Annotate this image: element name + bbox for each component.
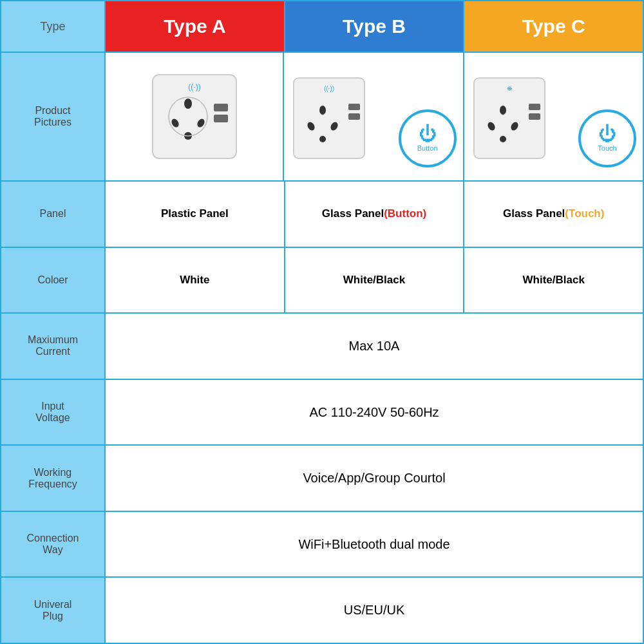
max-current-label-text: Maxiumum Current [28, 334, 78, 357]
svg-point-21 [500, 106, 506, 115]
product-pictures-label-text: Product Pictures [34, 105, 71, 128]
panel-b-badge: (Button) [384, 207, 426, 220]
svg-rect-2 [214, 115, 228, 122]
header-type-label: Type [1, 1, 106, 52]
product-pic-c: ❋ ⏻ Touch [464, 53, 643, 180]
panel-c-badge: (Touch) [565, 207, 604, 220]
universal-plug-label-text: Univeral Plug [34, 599, 72, 622]
max-current-value: Max 10A [106, 314, 643, 379]
svg-point-4 [184, 99, 192, 109]
product-pictures-label: Product Pictures [1, 53, 106, 180]
max-current-label: Maxiumum Current [1, 314, 106, 379]
panel-row: Panel Plastic Panel Glass Panel(Button) … [1, 182, 643, 248]
product-pictures-row: Product Pictures ((·)) [1, 53, 643, 182]
connection-way-value: WiFi+Bluetooth dual mode [106, 512, 643, 577]
header-type-c: Type C [464, 1, 643, 52]
color-a-cell: White [106, 248, 285, 313]
universal-plug-label: Univeral Plug [1, 578, 106, 643]
input-voltage-text: AC 110-240V 50-60Hz [309, 405, 439, 420]
connection-way-label-text: Connection Way [27, 533, 79, 556]
panel-a-text: Plastic Panel [161, 207, 229, 220]
svg-point-24 [500, 136, 506, 142]
color-label: Coloer [1, 248, 106, 313]
color-b-cell: White/Black [285, 248, 465, 313]
svg-point-13 [319, 106, 326, 115]
input-voltage-label-text: Input Voltage [35, 401, 70, 424]
panel-c-text: Glass Panel [503, 207, 565, 220]
working-frequency-value: Voice/App/Group Courtol [106, 446, 643, 511]
panel-label-text: Panel [40, 208, 66, 220]
svg-text:((·)): ((·)) [188, 82, 200, 91]
color-row: Coloer White White/Black White/Black [1, 248, 643, 314]
type-c-text: Type C [522, 15, 585, 37]
header-type-a: Type A [106, 1, 285, 52]
socket-b-svg: ((·)) [290, 68, 374, 165]
panel-label: Panel [1, 182, 106, 247]
type-b-text: Type B [343, 15, 406, 37]
button-badge: ⏻ Button [399, 109, 457, 167]
comparison-table: Type Type A Type B Type C Product Pictur… [0, 0, 644, 644]
connection-way-text: WiFi+Bluetooth dual mode [298, 537, 450, 552]
touch-badge: ⏻ Touch [578, 109, 636, 167]
header-row: Type Type A Type B Type C [1, 1, 643, 53]
svg-point-16 [319, 136, 326, 142]
panel-b-cell: Glass Panel(Button) [285, 182, 465, 247]
connection-way-label: Connection Way [1, 512, 106, 577]
working-frequency-label: Working Frequency [1, 446, 106, 511]
connection-way-row: Connection Way WiFi+Bluetooth dual mode [1, 512, 643, 578]
svg-rect-11 [348, 104, 360, 110]
universal-plug-row: Univeral Plug US/EU/UK [1, 578, 643, 643]
max-current-text: Max 10A [349, 339, 400, 354]
max-current-row: Maxiumum Current Max 10A [1, 314, 643, 380]
power-icon-c: ⏻ [598, 125, 616, 143]
universal-plug-value: US/EU/UK [106, 578, 643, 643]
input-voltage-value: AC 110-240V 50-60Hz [106, 380, 643, 445]
socket-a-svg: ((·)) [149, 71, 240, 162]
touch-label: Touch [598, 144, 616, 152]
svg-rect-12 [348, 113, 360, 120]
product-pic-a: ((·)) [106, 53, 284, 180]
working-frequency-label-text: Working Frequency [28, 467, 77, 490]
color-label-text: Coloer [37, 274, 68, 286]
color-b-text: White/Black [343, 274, 405, 287]
svg-rect-19 [529, 104, 540, 110]
svg-rect-20 [529, 113, 540, 120]
button-label: Button [417, 144, 438, 152]
svg-text:❋: ❋ [507, 85, 512, 92]
color-c-cell: White/Black [464, 248, 643, 313]
working-frequency-text: Voice/App/Group Courtol [303, 471, 445, 486]
type-a-text: Type A [164, 15, 226, 37]
panel-c-cell: Glass Panel(Touch) [464, 182, 643, 247]
power-icon-b: ⏻ [419, 125, 437, 143]
input-voltage-label: Input Voltage [1, 380, 106, 445]
header-type-b: Type B [285, 1, 465, 52]
color-c-text: White/Black [523, 274, 585, 287]
product-pic-b: ((·)) ⏻ Button [284, 53, 464, 180]
svg-rect-1 [214, 104, 228, 111]
panel-a-cell: Plastic Panel [106, 182, 285, 247]
panel-b-text: Glass Panel [322, 207, 384, 220]
working-frequency-row: Working Frequency Voice/App/Group Courto… [1, 446, 643, 512]
color-a-text: White [180, 274, 209, 287]
input-voltage-row: Input Voltage AC 110-240V 50-60Hz [1, 380, 643, 446]
socket-c-svg: ❋ [471, 68, 554, 165]
svg-text:((·)): ((·)) [324, 85, 334, 92]
universal-plug-text: US/EU/UK [344, 603, 404, 618]
type-label-text: Type [40, 20, 65, 33]
